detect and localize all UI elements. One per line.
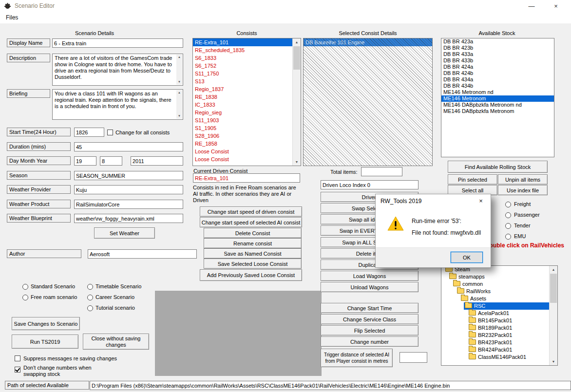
scroll-up-icon[interactable]: ▲	[293, 38, 301, 46]
scroll-down-icon[interactable]: ▼	[550, 358, 557, 365]
tender-radio[interactable]	[505, 223, 511, 229]
scroll-down-icon[interactable]: ▼	[176, 79, 182, 85]
save-loose-consist-button[interactable]: Save Selected Loose Consist	[204, 259, 302, 269]
trigger-distance-field[interactable]	[400, 352, 427, 363]
tree-scrollbar[interactable]: ▲ ▼	[549, 266, 557, 365]
stock-row[interactable]: ME146 DABpbzkfa Metronom	[441, 108, 554, 114]
ok-button[interactable]: OK	[451, 252, 483, 263]
change-all-consists-checkbox[interactable]	[107, 130, 113, 135]
close-button[interactable]: ×	[544, 0, 568, 12]
tree-item[interactable]: RSC	[464, 302, 557, 310]
scroll-up-icon[interactable]: ▲	[176, 90, 182, 95]
consist-row[interactable]: S13	[193, 77, 301, 85]
dialog-close-button[interactable]: ×	[471, 194, 491, 208]
current-driven-field[interactable]	[193, 173, 300, 183]
briefing-field[interactable]: You drive a class 101 with IR wagons as …	[52, 89, 183, 120]
pin-selected-button[interactable]: Pin selected	[448, 174, 497, 185]
menu-files[interactable]: Files	[4, 12, 20, 23]
month-field[interactable]	[100, 156, 122, 166]
consist-row[interactable]: S28_1906	[193, 132, 301, 140]
change-number-button[interactable]: Change number	[321, 336, 419, 347]
year-field[interactable]	[131, 156, 183, 166]
close-without-saving-button[interactable]: Close without saving changes	[83, 334, 149, 350]
trigger-distance-button[interactable]: Trigger distance of selected AI from Pla…	[321, 349, 393, 367]
briefing-scrollbar[interactable]: ▲ ▼	[176, 90, 182, 119]
tutorial-scenario-radio[interactable]	[87, 305, 93, 311]
suppress-messages-checkbox[interactable]	[15, 355, 20, 361]
tree-item[interactable]: RailWorks	[456, 288, 557, 295]
stock-row[interactable]: DB BR 423a	[441, 38, 554, 45]
save-changes-button[interactable]: Save Changes to Scenario	[12, 317, 80, 330]
tree-item[interactable]: BR232Pack01	[468, 332, 557, 339]
consist-row[interactable]: S6_1752	[193, 62, 301, 70]
weather-blueprint-field[interactable]	[74, 214, 183, 223]
scroll-up-icon[interactable]: ▲	[550, 266, 557, 273]
load-wagons-button[interactable]: Load Wagons	[321, 271, 419, 281]
stock-row[interactable]: DB BR 433b	[441, 57, 554, 64]
stock-row[interactable]: ME146 Metronom	[441, 95, 554, 102]
change-start-time-button[interactable]: Change Start Time	[321, 303, 419, 313]
author-field[interactable]	[88, 249, 197, 259]
tree-item[interactable]: Assets	[460, 295, 557, 302]
selected-consist-item[interactable]: DB Baureihe 101 Engine	[304, 38, 432, 46]
consists-list[interactable]: ▲ ▼ RE-Extra_101RE_scheduled_1835S6_1833…	[192, 38, 301, 166]
stock-row[interactable]: DB BR 434b	[441, 83, 554, 89]
freight-radio[interactable]	[505, 202, 511, 207]
run-ts2019-button[interactable]: Run TS2019	[12, 335, 78, 349]
minimize-button[interactable]: —	[519, 0, 544, 12]
day-field[interactable]	[74, 156, 96, 166]
consist-row[interactable]: S11_1903	[193, 116, 301, 124]
stock-row[interactable]: DB BR 434a	[441, 76, 554, 83]
free-roam-scenario-radio[interactable]	[22, 295, 28, 300]
standard-scenario-radio[interactable]	[22, 284, 28, 290]
flip-selected-button[interactable]: Flip Selected	[321, 325, 419, 336]
set-weather-button[interactable]: Set Weather	[94, 227, 155, 239]
tree-item[interactable]: steamapps	[448, 273, 557, 280]
stock-row[interactable]: DB BR 433a	[441, 51, 554, 57]
weather-provider-field[interactable]	[74, 185, 183, 194]
consist-row[interactable]: RE-Extra_101	[193, 38, 301, 46]
save-named-consist-button[interactable]: Save as Named Consist	[204, 248, 302, 259]
tree-item[interactable]: BR189Pack01	[468, 324, 557, 332]
scrollbar-thumb[interactable]	[293, 46, 300, 70]
selected-consist-list[interactable]: DB Baureihe 101 Engine	[303, 38, 433, 166]
path-field[interactable]	[90, 381, 571, 390]
stock-row[interactable]: ME146 DABpbzkfa Metronom nd	[441, 102, 554, 108]
tree-item[interactable]: common	[452, 280, 557, 288]
change-driven-speed-button[interactable]: Change start speed of driven consist	[200, 206, 302, 217]
career-scenario-radio[interactable]	[87, 295, 93, 300]
add-saved-loose-consist-button[interactable]: Add Previously Saved Loose Consist	[200, 269, 302, 281]
duration-field[interactable]	[74, 142, 183, 151]
find-rolling-stock-button[interactable]: Find Available Rolling Stock	[448, 161, 548, 173]
tree-item[interactable]: AcelaPack01	[468, 310, 557, 317]
consist-row[interactable]: Loose Consist	[193, 148, 301, 155]
consist-row[interactable]: Regio_1837	[193, 85, 301, 93]
stock-row[interactable]: DB BR 423b	[441, 45, 554, 51]
consist-row[interactable]: IC_1833	[193, 101, 301, 109]
scrollbar-thumb[interactable]	[550, 274, 557, 303]
stock-row[interactable]: DB BR 424b	[441, 70, 554, 76]
scroll-down-icon[interactable]: ▼	[176, 113, 182, 119]
stock-row[interactable]: ME146 Metronom nd	[441, 89, 554, 95]
consist-row[interactable]: S1_1905	[193, 124, 301, 132]
scroll-down-icon[interactable]: ▼	[293, 158, 301, 166]
driven-loco-index-field[interactable]	[321, 180, 419, 189]
description-field[interactable]: There are a lot of visitors of the Games…	[52, 54, 183, 86]
unload-wagons-button[interactable]: Unload Wagons	[321, 282, 419, 292]
rename-consist-button[interactable]: Rename consist	[204, 238, 302, 248]
available-stock-list[interactable]: DB BR 423aDB BR 423bDB BR 433aDB BR 433b…	[441, 38, 554, 157]
display-name-field[interactable]	[52, 38, 183, 48]
start-time-field[interactable]	[74, 128, 104, 137]
consist-row[interactable]: S6_1833	[193, 54, 301, 62]
delete-consist-button[interactable]: Delete Consist	[204, 228, 302, 238]
tree-item[interactable]: BR424Pack01	[468, 346, 557, 354]
season-field[interactable]	[74, 171, 183, 180]
change-service-class-button[interactable]: Change Service Class	[321, 314, 419, 324]
use-index-file-button[interactable]: Use index file	[498, 185, 548, 195]
description-scrollbar[interactable]: ▲ ▼	[176, 55, 182, 85]
scroll-up-icon[interactable]: ▲	[176, 55, 182, 60]
change-ai-speed-button[interactable]: Change start speed of selected AI consis…	[200, 217, 302, 227]
unpin-all-button[interactable]: Unpin all items	[498, 174, 548, 185]
emu-radio[interactable]	[505, 234, 511, 240]
weather-product-field[interactable]	[74, 200, 183, 209]
